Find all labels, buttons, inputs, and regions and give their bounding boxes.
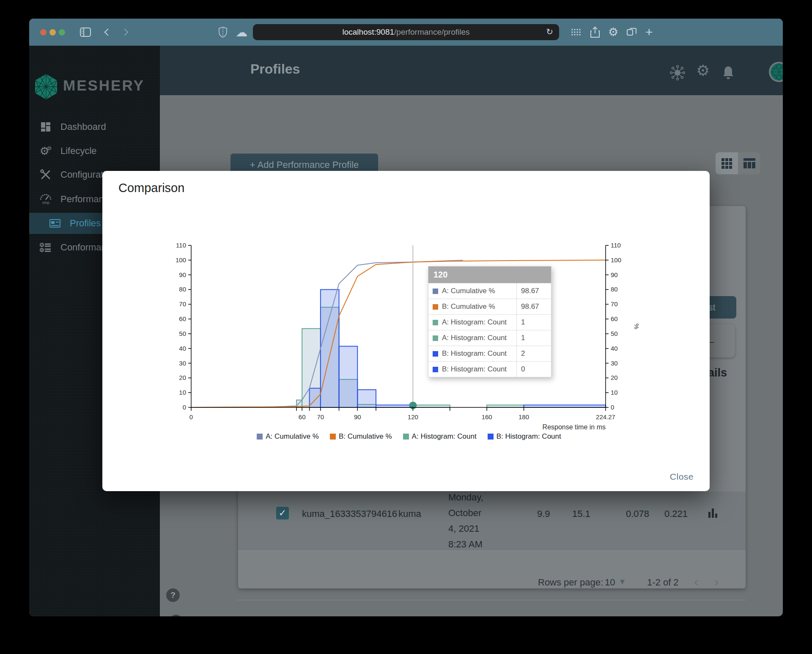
page-title: Profiles <box>250 61 300 77</box>
series-swatch <box>433 351 438 357</box>
configuration-icon <box>39 169 52 180</box>
date-line: October <box>448 505 483 521</box>
tab-overview-icon[interactable] <box>627 27 637 37</box>
comparison-chart[interactable]: 0010102020303040405050606070708080909010… <box>149 234 669 433</box>
svg-text:40: 40 <box>611 345 618 352</box>
view-toggle <box>716 152 760 174</box>
browser-toolbar: ☁ localhost:9081/performance/profiles ↻ … <box>29 19 783 46</box>
table-view-button[interactable] <box>738 152 760 174</box>
svg-text:100: 100 <box>176 256 186 264</box>
svg-text:20: 20 <box>611 374 618 381</box>
rows-per-page-label: Rows per page: <box>538 577 603 588</box>
series-label: B: Histogram: Count <box>442 365 507 374</box>
dashboard-icon <box>39 122 52 132</box>
notifications-bell-icon[interactable] <box>721 65 735 82</box>
svg-text:80: 80 <box>611 286 618 293</box>
legend-item[interactable]: A: Cumulative % <box>257 432 319 441</box>
collapse-sidebar-button[interactable]: ‹ <box>169 615 183 616</box>
chart-legend: A: Cumulative % B: Cumulative % A: Histo… <box>149 432 669 441</box>
close-button[interactable]: Close <box>670 472 694 482</box>
series-value: 0 <box>516 362 551 377</box>
share-icon[interactable] <box>590 26 600 38</box>
cell-p99: 0.221 <box>664 508 688 519</box>
cell-p50: 0.078 <box>626 508 649 519</box>
series-swatch <box>433 367 438 372</box>
svg-text:30: 30 <box>179 360 186 367</box>
sidebar-item-label: Dashboard <box>60 121 106 132</box>
back-icon[interactable] <box>104 29 112 36</box>
svg-text:110: 110 <box>176 242 186 249</box>
cell-profile-name: kuma_1633353794616 <box>302 508 397 519</box>
legend-item[interactable]: B: Cumulative % <box>330 432 392 441</box>
svg-text:180: 180 <box>518 413 529 420</box>
grid-view-button[interactable] <box>716 152 738 174</box>
svg-text:30: 30 <box>611 360 618 367</box>
brand-name: MESHERY <box>63 77 145 94</box>
tooltip-row: B: Histogram: Count0 <box>428 361 551 377</box>
address-bar[interactable]: localhost:9081/performance/profiles ↻ <box>253 24 559 40</box>
tooltip-header: 120 <box>428 267 551 283</box>
lifecycle-icon: ⚙⚙ <box>39 145 52 158</box>
shield-icon[interactable] <box>219 27 227 38</box>
url-host: localhost:9081 <box>342 27 394 37</box>
cell-date: Monday, October 4, 2021 8:23 AM <box>448 489 483 552</box>
sidebar-toggle-icon[interactable] <box>80 27 91 37</box>
svg-text:70: 70 <box>611 300 618 308</box>
view-chart-icon[interactable] <box>708 508 717 518</box>
cell-mesh-name: kuma <box>398 508 421 519</box>
svg-text:120: 120 <box>408 413 418 420</box>
sidebar-item-dashboard[interactable]: Dashboard <box>29 116 160 137</box>
series-label: A: Histogram: Count <box>442 318 507 327</box>
avatar[interactable] <box>769 62 783 84</box>
modal-title: Comparison <box>118 181 184 195</box>
svg-text:50: 50 <box>179 330 186 337</box>
settings-gear-icon[interactable]: ⚙ <box>608 25 618 39</box>
close-window-button[interactable] <box>40 29 47 36</box>
mesh-adapters-icon[interactable] <box>670 65 685 82</box>
cloud-icon[interactable]: ☁ <box>236 25 247 39</box>
svg-text:90: 90 <box>179 271 186 278</box>
url-path: /performance/profiles <box>394 27 469 37</box>
comparison-modal: Comparison 00101020203030404050506060707… <box>102 171 710 491</box>
refresh-icon[interactable]: ↻ <box>546 27 553 37</box>
legend-item[interactable]: A: Histogram: Count <box>403 432 477 441</box>
help-button[interactable]: ? <box>166 588 180 602</box>
legend-label: B: Cumulative % <box>339 432 392 441</box>
series-swatch <box>433 304 438 310</box>
app-header: Profiles ⚙ <box>160 46 783 95</box>
conformance-icon <box>39 242 52 253</box>
rows-per-page-select[interactable]: 10 <box>605 577 615 588</box>
previous-page-button[interactable]: ‹ <box>694 574 698 589</box>
legend-swatch <box>403 434 409 440</box>
cell-duration: 15.1 <box>572 508 590 519</box>
svg-text:90: 90 <box>611 271 618 278</box>
svg-text:40: 40 <box>179 345 186 352</box>
legend-item[interactable]: B: Histogram: Count <box>488 432 561 441</box>
next-page-button[interactable]: › <box>714 574 719 589</box>
new-tab-icon[interactable]: + <box>645 25 653 39</box>
tooltip-row: B: Histogram: Count2 <box>428 346 551 361</box>
series-value: 2 <box>516 346 551 361</box>
minimize-window-button[interactable] <box>49 29 56 36</box>
svg-text:90: 90 <box>354 413 361 420</box>
pagination-range: 1-2 of 2 <box>647 577 679 588</box>
table-pagination: Rows per page: 10 ▾ 1-2 of 2 ‹ › <box>238 551 746 600</box>
forward-icon[interactable] <box>121 29 129 36</box>
svg-text:160: 160 <box>482 413 492 420</box>
svg-text:10: 10 <box>611 389 618 396</box>
sidebar-item-label: Profiles <box>70 218 101 229</box>
extensions-grid-icon[interactable] <box>571 27 581 37</box>
svg-text:10: 10 <box>179 389 186 396</box>
series-value: 98.67 <box>516 283 551 299</box>
table-row[interactable]: ✓ kuma_1633353794616 kuma Monday, Octobe… <box>238 492 746 551</box>
cell-qps: 9.9 <box>537 508 550 519</box>
settings-icon[interactable]: ⚙ <box>696 62 710 80</box>
series-label: A: Histogram: Count <box>442 334 507 342</box>
zoom-window-button[interactable] <box>59 29 65 36</box>
row-checkbox[interactable]: ✓ <box>276 507 289 519</box>
sidebar-item-lifecycle[interactable]: ⚙⚙ Lifecycle <box>29 140 160 162</box>
svg-text:%: % <box>633 324 640 329</box>
performance-icon: smp <box>39 194 52 205</box>
meshery-logo[interactable] <box>34 74 58 100</box>
rows-per-page-caret-icon[interactable]: ▾ <box>620 576 625 587</box>
